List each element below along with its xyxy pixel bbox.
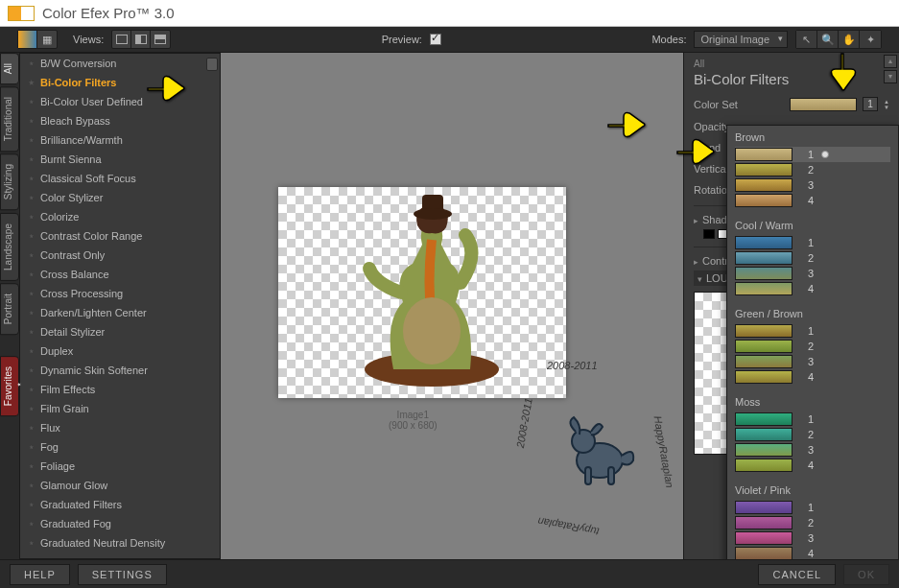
filter-item[interactable]: ⋆Glamour Glow [20,476,220,495]
swatch-row[interactable]: 3 [735,266,890,281]
filter-item[interactable]: ⋆Darken/Lighten Center [20,303,220,322]
star-icon[interactable]: ⋆ [28,440,35,454]
filter-item[interactable]: ⋆Bi-Color Filters [20,73,220,92]
vtab-stylizing[interactable]: Stylizing [0,153,19,210]
filter-item[interactable]: ⋆Colorize [20,207,220,226]
light-icon[interactable]: ✦ [860,31,881,48]
star-icon[interactable]: ⋆ [28,517,35,530]
panel-menu-icon[interactable]: ▾ [884,70,897,83]
swatch-row[interactable]: 3 [735,442,890,458]
filter-item[interactable]: ⋆Foliage [20,457,220,476]
view-split-h-icon[interactable] [151,31,170,48]
star-icon[interactable]: ⋆ [28,459,35,473]
filter-item[interactable]: ⋆Detail Stylizer [20,322,220,341]
swatch-row[interactable]: 4 [735,369,890,385]
swatch-row[interactable]: 4 [735,193,890,208]
view-single-icon[interactable] [112,31,131,48]
filter-item[interactable]: ⋆Fog [20,437,220,457]
star-icon[interactable]: ⋆ [28,421,35,435]
view-split-v-icon[interactable] [131,31,151,48]
panel-scroll-up[interactable]: ▴ [884,55,897,68]
filter-item[interactable]: ⋆Contrast Only [20,246,220,265]
star-icon[interactable]: ⋆ [28,306,35,319]
swatch-row[interactable]: 1 [735,147,890,162]
colorset-swatch[interactable] [790,98,857,111]
colorset-index[interactable]: 1 [863,97,878,111]
swatch-row[interactable]: 3 [735,177,890,193]
star-icon[interactable]: ⋆ [28,479,35,492]
filter-item[interactable]: ⋆Duplex [20,341,220,361]
colorset-popover[interactable]: Brown1234Cool / Warm1234Green / Brown123… [726,125,899,588]
swatch-row[interactable]: 2 [735,515,890,530]
filter-item[interactable]: ⋆Dynamic Skin Softener [20,361,220,380]
swatch-row[interactable]: 1 [735,235,890,250]
filter-item[interactable]: ⋆Flux [20,418,220,437]
filter-item[interactable]: ⋆Classical Soft Focus [20,169,220,188]
star-icon[interactable]: ⋆ [28,95,35,108]
views-toggle[interactable] [111,30,171,49]
filter-item[interactable]: ⋆Graduated Fog [20,514,220,533]
filter-item[interactable]: ⋆Film Effects [20,380,220,399]
filter-item[interactable]: ⋆Contrast Color Range [20,226,220,246]
star-icon[interactable]: ⋆ [28,325,35,339]
hand-icon[interactable]: ✋ [839,31,860,48]
star-icon[interactable]: ⋆ [28,268,35,281]
star-icon[interactable]: ⋆ [28,402,35,415]
cancel-button[interactable]: CANCEL [758,564,836,585]
swatch-row[interactable]: 1 [735,412,890,427]
star-icon[interactable]: ⋆ [28,57,35,70]
filter-item[interactable]: ⋆Bi-Color User Defined [20,92,220,111]
pointer-icon[interactable]: ↖ [796,31,817,48]
settings-button[interactable]: SETTINGS [78,564,167,585]
star-icon[interactable]: ⋆ [28,172,35,185]
colorset-spinner[interactable]: ▲▼ [884,99,889,110]
swatch-row[interactable]: 4 [735,458,890,473]
filter-item[interactable]: ⋆Brilliance/Warmth [20,130,220,150]
filter-item[interactable]: ⋆Film Grain [20,399,220,418]
swatch-row[interactable]: 1 [735,323,890,339]
filter-item[interactable]: ⋆Color Stylizer [20,188,220,207]
swatch-row[interactable]: 2 [735,250,890,266]
ok-button[interactable]: OK [843,564,889,585]
filter-scrollbar[interactable] [206,58,218,71]
star-icon[interactable]: ⋆ [28,210,35,223]
star-icon[interactable]: ⋆ [28,536,35,550]
swatch-row[interactable]: 2 [735,339,890,354]
star-icon[interactable]: ⋆ [28,76,35,89]
vtab-portrait[interactable]: Portrait [0,283,19,335]
modes-dropdown[interactable]: Original Image [694,31,788,48]
filter-item[interactable]: ⋆Bleach Bypass [20,111,220,130]
swatch-row[interactable]: 4 [735,281,890,296]
filter-item[interactable]: ⋆Cross Processing [20,284,220,303]
zoom-icon[interactable]: 🔍 [817,31,839,48]
swatch-row[interactable]: 3 [735,530,890,546]
swatch-row[interactable]: 2 [735,427,890,442]
vtab-landscape[interactable]: Landscape [0,213,19,281]
display-color-icon[interactable] [18,31,37,48]
help-button[interactable]: HELP [10,564,70,585]
swatch-row[interactable]: 1 [735,500,890,515]
star-icon[interactable]: ⋆ [28,114,35,128]
filter-item[interactable]: ⋆Graduated Neutral Density [20,533,220,553]
star-icon[interactable]: ⋆ [28,153,35,166]
star-icon[interactable]: ⋆ [28,344,35,358]
star-icon[interactable]: ⋆ [28,498,35,511]
star-icon[interactable]: ⋆ [28,383,35,396]
vtab-all[interactable]: All [0,53,19,84]
filter-item[interactable]: ⋆Cross Balance [20,265,220,284]
star-icon[interactable]: ⋆ [28,248,35,262]
filter-list[interactable]: ⋆B/W Conversion⋆Bi-Color Filters⋆Bi-Colo… [20,54,220,558]
star-icon[interactable]: ⋆ [28,287,35,300]
filter-item[interactable]: ⋆Graduated Filters [20,495,220,514]
swatch-row[interactable]: 2 [735,162,890,177]
filter-item[interactable]: ⋆Burnt Sienna [20,150,220,169]
swatch-row[interactable]: 3 [735,354,890,369]
display-mode-toggle[interactable]: ▦ [17,30,58,49]
filter-item[interactable]: ⋆B/W Conversion [20,54,220,73]
star-icon[interactable]: ⋆ [28,364,35,377]
vtab-traditional[interactable]: Traditional [0,86,19,152]
preview-checkbox[interactable] [430,34,441,45]
display-grid-icon[interactable]: ▦ [37,31,57,48]
star-icon[interactable]: ⋆ [28,191,35,204]
star-icon[interactable]: ⋆ [28,133,35,147]
